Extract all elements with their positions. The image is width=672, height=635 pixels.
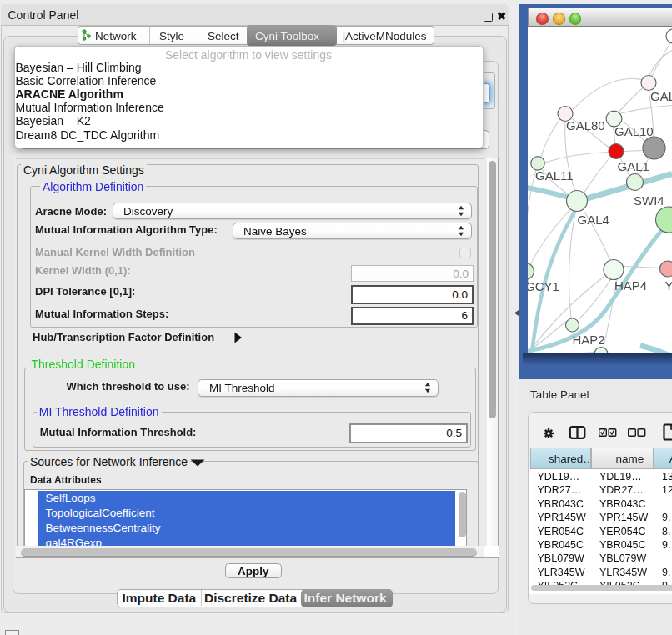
svg-text:GAL7: GAL7 bbox=[650, 89, 672, 103]
svg-text:HAP4: HAP4 bbox=[614, 278, 647, 292]
svg-text:SWI4: SWI4 bbox=[634, 192, 664, 207]
svg-text:GAL11: GAL11 bbox=[535, 168, 574, 182]
svg-text:YJR048W: YJR048W bbox=[665, 278, 672, 292]
svg-text:HAP2: HAP2 bbox=[573, 332, 605, 347]
svg-text:GAL80: GAL80 bbox=[566, 118, 605, 132]
svg-text:GAL1: GAL1 bbox=[618, 158, 649, 172]
svg-text:GAL4: GAL4 bbox=[578, 212, 609, 227]
svg-text:GAL10: GAL10 bbox=[614, 123, 654, 138]
svg-text:GCY1: GCY1 bbox=[528, 278, 559, 292]
